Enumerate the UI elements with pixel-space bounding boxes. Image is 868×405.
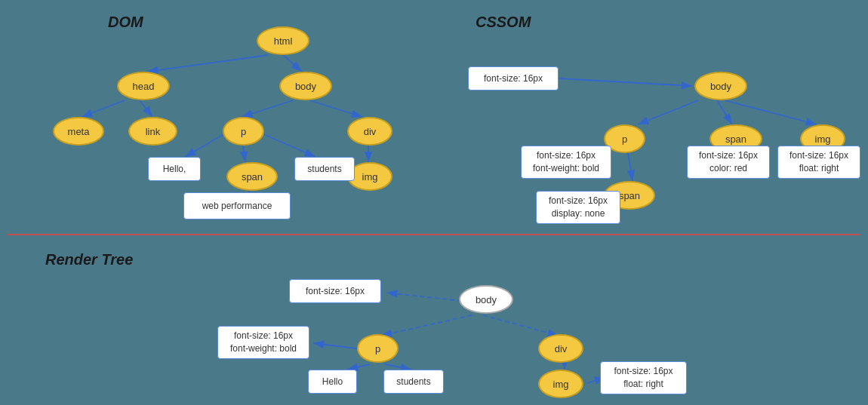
svg-line-4	[82, 100, 125, 117]
rt-p-style-box: font-size: 16px font-weight: bold	[217, 326, 309, 359]
connections-svg	[0, 0, 868, 405]
rt-students-box: students	[383, 370, 444, 394]
rt-font-box: font-size: 16px	[289, 279, 381, 303]
svg-line-24	[483, 315, 559, 336]
svg-line-14	[638, 100, 698, 124]
dom-div-node: div	[347, 117, 392, 146]
rt-p-node: p	[357, 334, 399, 363]
svg-line-3	[283, 55, 302, 72]
render-tree-title: Render Tree	[45, 251, 133, 268]
diagram-container: DOM CSSOM Render Tree	[0, 0, 868, 405]
svg-line-9	[185, 131, 229, 157]
cssom-body-node: body	[694, 72, 747, 100]
svg-line-28	[385, 364, 411, 370]
dom-students-box: students	[294, 157, 355, 181]
svg-line-23	[381, 315, 472, 336]
svg-line-6	[242, 100, 293, 117]
svg-line-18	[628, 153, 633, 181]
dom-meta-node: meta	[53, 117, 104, 146]
dom-title: DOM	[108, 14, 143, 31]
rt-img-node: img	[538, 370, 583, 398]
dom-webperf-box: web performance	[183, 192, 291, 219]
dom-body-node: body	[279, 72, 332, 100]
svg-line-22	[386, 293, 462, 301]
svg-line-15	[717, 100, 732, 124]
cssom-p-style-box: font-size: 16px font-weight: bold	[521, 146, 611, 179]
dom-hello-box: Hello,	[148, 157, 201, 181]
svg-line-10	[243, 146, 245, 162]
dom-html-node: html	[257, 26, 309, 55]
rt-div-node: div	[538, 334, 583, 363]
svg-line-13	[559, 78, 692, 86]
dom-span-node: span	[226, 162, 278, 191]
rt-img-style-box: font-size: 16px float: right	[600, 361, 687, 394]
rt-hello-box: Hello	[308, 370, 357, 394]
svg-line-5	[140, 100, 152, 117]
svg-line-27	[347, 364, 370, 370]
svg-line-2	[147, 55, 268, 72]
rt-body-node: body	[459, 285, 513, 314]
cssom-body-style-box: font-size: 16px	[468, 66, 559, 91]
cssom-span2-style-box: font-size: 16px display: none	[536, 191, 620, 224]
dom-p-node: p	[223, 117, 264, 146]
dom-link-node: link	[128, 117, 177, 146]
svg-line-16	[725, 100, 817, 124]
dom-head-node: head	[117, 72, 170, 100]
svg-line-26	[313, 343, 362, 349]
cssom-span-style-box: font-size: 16px color: red	[687, 146, 770, 179]
svg-line-11	[257, 131, 315, 157]
section-divider	[8, 234, 860, 235]
cssom-img-style-box: font-size: 16px float: right	[777, 146, 860, 179]
cssom-title: CSSOM	[476, 14, 531, 31]
svg-line-7	[309, 100, 362, 117]
